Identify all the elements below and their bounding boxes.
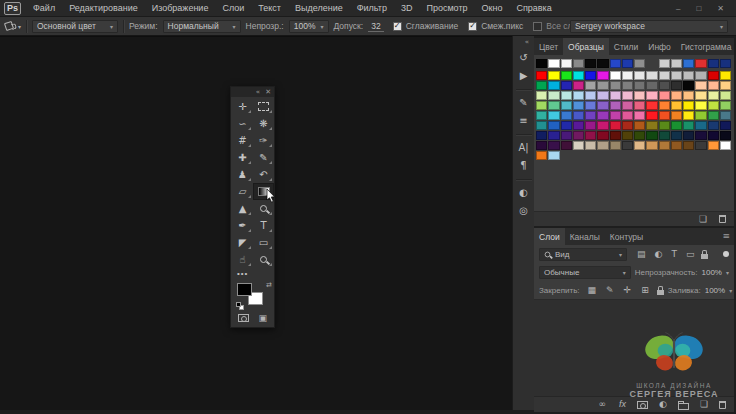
color-swatch[interactable] xyxy=(622,91,633,100)
color-swatch[interactable] xyxy=(610,121,621,130)
filter-pixel-layers-icon[interactable]: ▤ xyxy=(635,250,648,259)
menu-файл[interactable]: Файл xyxy=(26,3,62,13)
delete-swatch-button[interactable] xyxy=(719,215,726,223)
color-swatch[interactable] xyxy=(659,91,670,100)
color-swatch[interactable] xyxy=(695,91,706,100)
color-swatch[interactable] xyxy=(622,121,633,130)
add-mask-icon[interactable] xyxy=(637,401,648,409)
color-swatch[interactable] xyxy=(695,59,706,68)
color-swatch[interactable] xyxy=(597,101,608,110)
tolerance-input[interactable]: 32 xyxy=(368,21,383,32)
color-swatch[interactable] xyxy=(720,101,731,110)
color-swatch[interactable] xyxy=(622,101,633,110)
color-swatch[interactable] xyxy=(610,59,621,68)
color-swatch[interactable] xyxy=(597,81,608,90)
layer-filter-dropdown[interactable]: Вид ▾ xyxy=(539,248,627,261)
tab-каналы[interactable]: Каналы xyxy=(565,228,605,245)
color-swatch[interactable] xyxy=(708,91,719,100)
filter-smart-object-icon[interactable] xyxy=(701,254,708,259)
color-swatch[interactable] xyxy=(610,141,621,150)
color-swatch[interactable] xyxy=(671,141,682,150)
color-swatch[interactable] xyxy=(695,121,706,130)
new-layer-icon[interactable]: ❏ xyxy=(698,400,710,409)
color-swatch[interactable] xyxy=(695,81,706,90)
color-swatch[interactable] xyxy=(646,131,657,140)
quick-selection-tool[interactable]: ❋ xyxy=(253,115,274,132)
color-swatch[interactable] xyxy=(561,91,572,100)
color-swatch[interactable] xyxy=(548,121,559,130)
color-swatch[interactable] xyxy=(683,111,694,120)
menu-выделение[interactable]: Выделение xyxy=(288,3,350,13)
blur-tool[interactable]: ▲ xyxy=(232,200,253,217)
color-swatch[interactable] xyxy=(597,111,608,120)
color-swatch[interactable] xyxy=(585,71,596,80)
lock-all-icon[interactable] xyxy=(657,290,664,295)
color-swatch[interactable] xyxy=(536,131,547,140)
color-swatch[interactable] xyxy=(561,81,572,90)
color-swatch[interactable] xyxy=(646,141,657,150)
color-swatch[interactable] xyxy=(585,59,596,68)
filter-shape-layers-icon[interactable]: ▭ xyxy=(684,250,697,259)
zoom-tool[interactable] xyxy=(253,251,274,268)
color-swatch[interactable] xyxy=(622,71,633,80)
lock-transparency-icon[interactable]: ▦ xyxy=(586,286,599,295)
screen-mode-button[interactable]: ▣ xyxy=(258,313,267,323)
color-swatch[interactable] xyxy=(683,59,694,68)
color-swatch[interactable] xyxy=(720,111,731,120)
color-swatch[interactable] xyxy=(708,131,719,140)
collapse-icon[interactable]: « xyxy=(256,89,260,96)
color-swatch[interactable] xyxy=(585,141,596,150)
color-swatch[interactable] xyxy=(561,121,572,130)
eraser-tool[interactable]: ▱ xyxy=(232,183,253,200)
adjustments-panel-icon[interactable]: ◐ xyxy=(519,188,528,198)
color-swatch[interactable] xyxy=(695,141,706,150)
layers-panel-menu-icon[interactable]: ≡ xyxy=(718,228,734,245)
color-swatch[interactable] xyxy=(548,59,559,68)
color-swatch[interactable] xyxy=(585,91,596,100)
color-swatch[interactable] xyxy=(659,59,670,68)
color-swatch[interactable] xyxy=(720,121,731,130)
color-swatch[interactable] xyxy=(708,59,719,68)
color-swatch[interactable] xyxy=(634,121,645,130)
color-swatch[interactable] xyxy=(671,101,682,110)
color-swatch[interactable] xyxy=(634,71,645,80)
chevron-down-icon[interactable]: ▾ xyxy=(729,287,732,294)
new-swatch-button[interactable]: ❏ xyxy=(697,215,709,224)
color-swatch[interactable] xyxy=(536,111,547,120)
foreground-color-swatch[interactable] xyxy=(237,283,252,296)
color-swatch[interactable] xyxy=(585,131,596,140)
color-swatch[interactable] xyxy=(683,141,694,150)
lasso-tool[interactable]: ∽ xyxy=(232,115,253,132)
color-swatch[interactable] xyxy=(536,141,547,150)
color-swatch[interactable] xyxy=(573,81,584,90)
menu-3d[interactable]: 3D xyxy=(394,3,420,13)
color-swatch[interactable] xyxy=(708,121,719,130)
filter-type-layers-icon[interactable]: T xyxy=(669,250,679,259)
expand-dock-icon[interactable]: « xyxy=(520,36,534,49)
color-swatch[interactable] xyxy=(597,141,608,150)
link-layers-icon[interactable]: ∞ xyxy=(597,400,609,409)
checkbox-checked-icon[interactable]: ✓ xyxy=(393,22,402,31)
color-swatch[interactable] xyxy=(683,131,694,140)
color-swatch[interactable] xyxy=(573,111,584,120)
tab-слои[interactable]: Слои xyxy=(534,228,565,245)
brush-tool[interactable]: ✎ xyxy=(253,149,274,166)
color-swatch[interactable] xyxy=(646,111,657,120)
menu-текст[interactable]: Текст xyxy=(251,3,288,13)
healing-brush-tool[interactable]: ✚ xyxy=(232,149,253,166)
color-swatch[interactable] xyxy=(610,81,621,90)
color-swatch[interactable] xyxy=(646,121,657,130)
color-swatch[interactable] xyxy=(671,91,682,100)
color-swatch[interactable] xyxy=(683,101,694,110)
menu-просмотр[interactable]: Просмотр xyxy=(419,3,474,13)
color-swatch[interactable] xyxy=(610,131,621,140)
lock-pixels-icon[interactable]: ✎ xyxy=(604,286,616,295)
color-swatch[interactable] xyxy=(671,81,682,90)
color-swatch[interactable] xyxy=(634,101,645,110)
tab-образцы[interactable]: Образцы xyxy=(563,38,609,55)
color-swatch[interactable] xyxy=(659,101,670,110)
color-swatch[interactable] xyxy=(585,101,596,110)
color-swatch[interactable] xyxy=(548,111,559,120)
pen-tool[interactable]: ✒ xyxy=(232,217,253,234)
color-swatch[interactable] xyxy=(646,91,657,100)
